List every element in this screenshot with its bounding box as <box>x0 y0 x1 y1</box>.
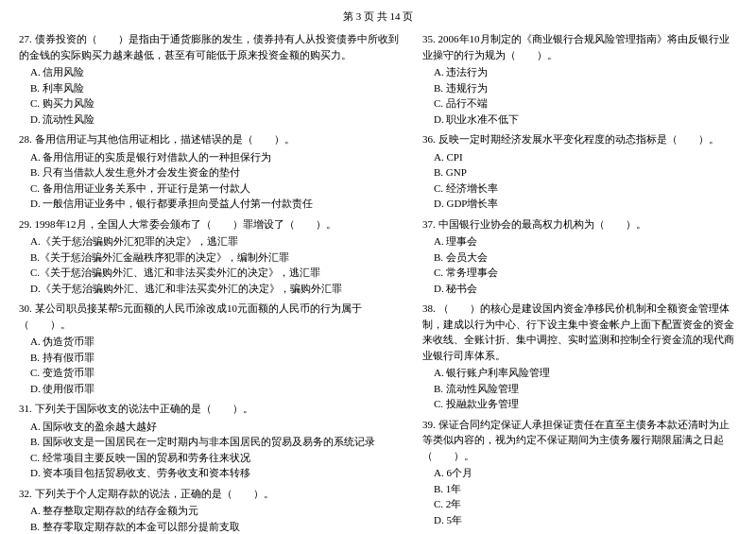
q31-opt-d: D. 资本项目包括贸易收支、劳务收支和资本转移 <box>30 465 404 481</box>
q28-opt-d: D. 一般信用证业务中，银行都要承担向受益人付第一付款责任 <box>30 196 404 212</box>
q32-opt-a: A. 整存整取定期存款的结存金额为元 <box>30 503 404 519</box>
q36-opt-c: C. 经济增长率 <box>434 181 737 197</box>
q37-opt-c: C. 常务理事会 <box>434 265 737 281</box>
left-column: 27. 债券投资的（ ）是指由于通货膨胀的发生，债券持有人从投资债券中所收到的金… <box>19 31 404 534</box>
q27-opt-b: B. 利率风险 <box>30 80 404 96</box>
q39-options: A. 6个月 B. 1年 C. 2年 D. 5年 <box>422 465 737 527</box>
q28-opt-b: B. 只有当借款人发生意外才会发生资金的垫付 <box>30 164 404 181</box>
q28-options: A. 备用信用证的实质是银行对借款人的一种担保行为 B. 只有当借款人发生意外才… <box>19 149 404 212</box>
q30-opt-d: D. 使用假币罪 <box>30 381 404 397</box>
q36-opt-d: D. GDP增长率 <box>434 196 737 212</box>
q37-opt-b: B. 会员大会 <box>434 250 737 266</box>
q38-opt-b: B. 流动性风险管理 <box>434 381 737 397</box>
question-27: 27. 债券投资的（ ）是指由于通货膨胀的发生，债券持有人从投资债券中所收到的金… <box>19 31 404 127</box>
q35-options: A. 违法行为 B. 违规行为 C. 品行不端 D. 职业水准不低下 <box>422 64 737 127</box>
q38-options: A. 银行账户利率风险管理 B. 流动性风险管理 C. 投融款业务管理 <box>422 365 737 412</box>
q38-text: 38. （ ）的核心是建设国内资金净移民价机制和全额资金管理体制，建成以行为中心… <box>422 301 737 363</box>
q39-opt-a: A. 6个月 <box>434 465 737 481</box>
question-35: 35. 2006年10月制定的《商业银行合规风险管理指南》将由反银行业业操守的行… <box>422 31 737 127</box>
q28-text: 28. 备用信用证与其他信用证相比，描述错误的是（ ）。 <box>19 131 404 147</box>
question-30: 30. 某公司职员接某帮5元面额的人民币涂改成10元面额的人民币的行为属于（ ）… <box>19 301 404 396</box>
q30-opt-c: C. 变造货币罪 <box>30 365 404 381</box>
q30-text: 30. 某公司职员接某帮5元面额的人民币涂改成10元面额的人民币的行为属于（ ）… <box>19 301 404 332</box>
q28-opt-c: C. 备用信用证业务关系中，开证行是第一付款人 <box>30 181 404 197</box>
q36-text: 36. 反映一定时期经济发展水平变化程度的动态指标是（ ）。 <box>422 131 737 147</box>
q32-text: 32. 下列关于个人定期存款的说法，正确的是（ ）。 <box>19 486 404 502</box>
q37-opt-a: A. 理事会 <box>434 233 737 250</box>
q36-options: A. CPI B. GNP C. 经济增长率 D. GDP增长率 <box>422 149 737 212</box>
q29-opt-d: D.《关于惩治骗购外汇、逃汇和非法买卖外汇的决定》，骗购外汇罪 <box>30 281 404 297</box>
q39-opt-d: D. 5年 <box>434 512 737 528</box>
q31-opt-a: A. 国际收支的盈余越大越好 <box>30 419 404 435</box>
q32-options: A. 整存整取定期存款的结存金额为元 B. 整存零取定期存款的本金可以部分提前支… <box>19 503 404 534</box>
question-31: 31. 下列关于国际收支的说法中正确的是（ ）。 A. 国际收支的盈余越大越好 … <box>19 401 404 481</box>
q31-options: A. 国际收支的盈余越大越好 B. 国际收支是一国居民在一定时期内与非本国居民的… <box>19 419 404 481</box>
q35-text: 35. 2006年10月制定的《商业银行合规风险管理指南》将由反银行业业操守的行… <box>422 31 737 62</box>
right-column: 35. 2006年10月制定的《商业银行合规风险管理指南》将由反银行业业操守的行… <box>422 31 737 534</box>
q30-opt-a: A. 伪造货币罪 <box>30 334 404 350</box>
q35-opt-b: B. 违规行为 <box>434 80 737 96</box>
q29-text: 29. 1998年12月，全国人大常委会颁布了（ ）罪增设了（ ）。 <box>19 216 404 233</box>
q31-opt-b: B. 国际收支是一国居民在一定时期内与非本国居民的贸易及易务的系统记录 <box>30 434 404 450</box>
q37-text: 37. 中国银行业协会的最高权力机构为（ ）。 <box>422 216 737 233</box>
q29-options: A.《关于惩治骗购外汇犯罪的决定》，逃汇罪 B.《关于惩治骗外汇金融秩序犯罪的决… <box>19 233 404 296</box>
q36-opt-b: B. GNP <box>434 164 737 181</box>
q27-opt-d: D. 流动性风险 <box>30 112 404 128</box>
question-39: 39. 保证合同约定保证人承担保证责任在直至主债务本款还清时为止等类似内容的，视… <box>422 417 737 528</box>
page-number: 第 3 页 共 14 页 <box>19 9 737 24</box>
q35-opt-a: A. 违法行为 <box>434 64 737 80</box>
q29-opt-c: C.《关于惩治骗购外汇、逃汇和非法买卖外汇的决定》，逃汇罪 <box>30 265 404 281</box>
q38-opt-c: C. 投融款业务管理 <box>434 396 737 412</box>
q27-opt-c: C. 购买力风险 <box>30 95 404 112</box>
page-content: 第 3 页 共 14 页 27. 债券投资的（ ）是指由于通货膨胀的发生，债券持… <box>19 9 737 534</box>
q37-options: A. 理事会 B. 会员大会 C. 常务理事会 D. 秘书会 <box>422 233 737 296</box>
q35-opt-c: C. 品行不端 <box>434 95 737 112</box>
q27-text: 27. 债券投资的（ ）是指由于通货膨胀的发生，债券持有人从投资债券中所收到的金… <box>19 31 404 62</box>
question-32: 32. 下列关于个人定期存款的说法，正确的是（ ）。 A. 整存整取定期存款的结… <box>19 486 404 535</box>
q36-opt-a: A. CPI <box>434 149 737 165</box>
q27-options: A. 信用风险 B. 利率风险 C. 购买力风险 D. 流动性风险 <box>19 64 404 127</box>
q28-opt-a: A. 备用信用证的实质是银行对借款人的一种担保行为 <box>30 149 404 165</box>
question-38: 38. （ ）的核心是建设国内资金净移民价机制和全额资金管理体制，建成以行为中心… <box>422 301 737 412</box>
q39-text: 39. 保证合同约定保证人承担保证责任在直至主债务本款还清时为止等类似内容的，视… <box>422 417 737 464</box>
q29-opt-a: A.《关于惩治骗购外汇犯罪的决定》，逃汇罪 <box>30 233 404 250</box>
q31-opt-c: C. 经常项目主要反映一国的贸易和劳务往来状况 <box>30 450 404 466</box>
q30-opt-b: B. 持有假币罪 <box>30 350 404 366</box>
q35-opt-d: D. 职业水准不低下 <box>434 112 737 128</box>
q27-opt-a: A. 信用风险 <box>30 64 404 80</box>
q31-text: 31. 下列关于国际收支的说法中正确的是（ ）。 <box>19 401 404 417</box>
q30-options: A. 伪造货币罪 B. 持有假币罪 C. 变造货币罪 D. 使用假币罪 <box>19 334 404 396</box>
question-29: 29. 1998年12月，全国人大常委会颁布了（ ）罪增设了（ ）。 A.《关于… <box>19 216 404 297</box>
q29-opt-b: B.《关于惩治骗外汇金融秩序犯罪的决定》，编制外汇罪 <box>30 250 404 266</box>
q32-opt-b: B. 整存零取定期存款的本金可以部分提前支取 <box>30 519 404 535</box>
question-37: 37. 中国银行业协会的最高权力机构为（ ）。 A. 理事会 B. 会员大会 C… <box>422 216 737 297</box>
question-36: 36. 反映一定时期经济发展水平变化程度的动态指标是（ ）。 A. CPI B.… <box>422 131 737 212</box>
q37-opt-d: D. 秘书会 <box>434 281 737 297</box>
q38-opt-a: A. 银行账户利率风险管理 <box>434 365 737 381</box>
q39-opt-b: B. 1年 <box>434 481 737 497</box>
question-28: 28. 备用信用证与其他信用证相比，描述错误的是（ ）。 A. 备用信用证的实质… <box>19 131 404 212</box>
q39-opt-c: C. 2年 <box>434 496 737 512</box>
two-column-layout: 27. 债券投资的（ ）是指由于通货膨胀的发生，债券持有人从投资债券中所收到的金… <box>19 31 737 534</box>
